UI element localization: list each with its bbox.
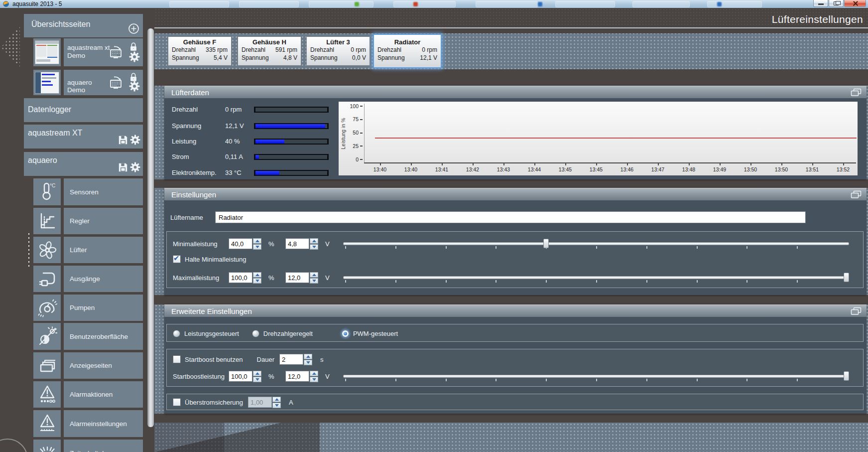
sidebar-item-anzeigeseiten[interactable]: [33, 352, 61, 379]
sidebar-item-aquastream-xt[interactable]: aquastream XT: [24, 125, 143, 149]
sidebar-item-datenlogger[interactable]: Datenlogger: [24, 98, 143, 122]
max-percent-input[interactable]: [229, 272, 252, 283]
fan-name-input[interactable]: [215, 211, 806, 223]
sidebar-item-zeitschaltuhr[interactable]: [33, 440, 61, 452]
boost-percent-input[interactable]: [229, 371, 252, 382]
sidebar-item-luefter[interactable]: [33, 237, 61, 263]
min-power-slider[interactable]: [343, 238, 849, 249]
hold-min-checkbox[interactable]: [173, 255, 181, 263]
sidebar-item-aquaero-demo[interactable]: aquaero Demo: [64, 70, 143, 95]
minimize-button[interactable]: [813, 0, 828, 7]
overcurrent-checkbox[interactable]: [173, 398, 181, 406]
fan-voltage-value: 12,1 V: [420, 54, 437, 62]
slider-thumb[interactable]: [543, 239, 549, 248]
monitor-export-icon[interactable]: [109, 45, 123, 61]
sidebar-item-regler[interactable]: Regler: [64, 208, 143, 234]
fan-card-luefter-3[interactable]: Lüfter 3 Drehzahl0 rpm Spannung0,0 V: [306, 36, 370, 66]
fan-card-gehaeuse-h[interactable]: Gehäuse H Drehzahl591 rpm Spannung4,8 V: [238, 36, 301, 66]
dots-decoration: [1, 26, 20, 67]
monitor-export-icon[interactable]: [109, 76, 123, 92]
slider-thumb[interactable]: [844, 273, 849, 282]
startboost-checkbox[interactable]: [173, 355, 181, 363]
save-icon[interactable]: [118, 135, 128, 147]
max-volt-input[interactable]: [285, 272, 309, 283]
restore-button[interactable]: [829, 0, 844, 7]
sidebar-item-regler[interactable]: [33, 208, 61, 234]
detach-window-icon[interactable]: [851, 307, 862, 315]
max-power-slider[interactable]: [343, 272, 849, 283]
fan-card-gehaeuse-f[interactable]: Gehäuse F Drehzahl335 rpm Spannung5,4 V: [168, 36, 232, 66]
mode-radio-leistungsgesteuert[interactable]: [173, 330, 180, 337]
overcurrent-input[interactable]: [248, 397, 272, 408]
gear-icon[interactable]: [129, 81, 140, 94]
volt-unit: V: [325, 373, 332, 380]
save-icon[interactable]: [118, 162, 128, 174]
ghost-tab: [476, 1, 538, 7]
mode-radio-pwm-gesteuert[interactable]: [342, 330, 349, 337]
min-power-row: Minimalleistung % V: [173, 238, 849, 250]
gear-icon[interactable]: [129, 51, 140, 64]
detach-window-icon[interactable]: [851, 190, 862, 199]
add-page-icon[interactable]: [128, 23, 139, 36]
sidebar-item-ausgaenge[interactable]: [33, 266, 61, 292]
sidebar-item-zeitschaltuhr[interactable]: Zeitschaltuhr: [64, 440, 143, 452]
overview-item-label: aquaero Demo: [67, 79, 111, 94]
startboost-power-slider[interactable]: [343, 371, 849, 382]
min-volt-input[interactable]: [285, 238, 309, 249]
sidebar-item-benutzeroberflaeche[interactable]: [33, 323, 61, 350]
sidebar-splitter[interactable]: [147, 28, 154, 427]
sidebar-item-sensoren[interactable]: °C: [33, 178, 61, 205]
boost-percent-stepper[interactable]: [253, 371, 261, 382]
sidebar-item-alarmaktionen[interactable]: Alarmaktionen: [64, 381, 143, 408]
close-button[interactable]: [844, 0, 866, 7]
gear-icon[interactable]: [130, 162, 140, 174]
section-title: Lüfterdaten: [171, 88, 209, 97]
data-label: Elektroniktemp.: [172, 169, 225, 176]
mode-radio-drehzahlgeregelt[interactable]: [252, 330, 259, 337]
section-gap: [154, 414, 868, 423]
performance-chart: Leistung in % 1007550250 13:4013:4013:41…: [339, 102, 858, 175]
overview-item-thumbnail[interactable]: [33, 38, 61, 66]
max-volt-stepper[interactable]: [310, 272, 318, 284]
fan-card-radiator-selected[interactable]: Radiator Drehzahl0 rpm Spannung12,1 V: [373, 34, 442, 68]
app-window: aquasuite 2013 - 5 Übersichtsseiten: [0, 0, 868, 452]
sidebar-item-alarmaktionen[interactable]: [33, 381, 61, 408]
boost-volt-input[interactable]: [285, 371, 309, 382]
data-value: 12,1 V: [225, 122, 250, 130]
sidebar-item-sensoren[interactable]: Sensoren: [64, 178, 143, 205]
detach-window-icon[interactable]: [851, 88, 862, 97]
overview-item-thumbnail[interactable]: [33, 70, 61, 95]
sidebar-header-uebersichtsseiten[interactable]: Übersichtsseiten: [24, 14, 143, 37]
slider-thumb[interactable]: [844, 371, 849, 381]
fan-voltage-label: Spannung: [242, 54, 269, 62]
overcurrent-stepper[interactable]: [272, 397, 281, 408]
active-item-indicator: [28, 233, 29, 269]
min-percent-stepper[interactable]: [253, 238, 261, 250]
sidebar-item-ausgaenge[interactable]: Ausgänge: [64, 266, 143, 292]
startboost-power-row: Startboostleistung % V: [173, 370, 849, 382]
data-value: 40 %: [225, 138, 250, 145]
duration-stepper[interactable]: [304, 354, 312, 365]
ghost-favicon: [355, 2, 359, 6]
sidebar-item-anzeigeseiten[interactable]: Anzeigeseiten: [64, 352, 143, 379]
min-volt-stepper[interactable]: [310, 238, 318, 250]
sidebar-header-label: Übersichtsseiten: [31, 20, 90, 29]
sidebar-item-luefter[interactable]: Lüfter: [64, 237, 143, 263]
fan-voltage-label: Spannung: [310, 54, 338, 62]
min-percent-input[interactable]: [229, 238, 252, 249]
fan-speed-label: Drehzahl: [172, 46, 196, 54]
sidebar-item-alarmeinstellungen[interactable]: [33, 410, 61, 437]
section-gap: [154, 179, 868, 188]
sidebar-item-pumpen[interactable]: [33, 295, 61, 321]
sidebar-item-label: Pumpen: [64, 304, 95, 311]
gear-icon[interactable]: [130, 135, 140, 147]
sidebar-item-aquaero[interactable]: aquaero: [24, 152, 143, 176]
sidebar-item-aquastream-xt-demo[interactable]: aquastream xt Demo: [64, 38, 143, 66]
duration-label: Dauer: [254, 356, 274, 363]
max-percent-stepper[interactable]: [253, 272, 261, 284]
sidebar-item-pumpen[interactable]: Pumpen: [64, 295, 143, 321]
duration-input[interactable]: [279, 354, 303, 365]
sidebar-item-benutzeroberflaeche[interactable]: Benutzeroberfläche: [64, 323, 143, 350]
sidebar-item-alarmeinstellungen[interactable]: Alarmeinstellungen: [64, 410, 143, 437]
boost-volt-stepper[interactable]: [310, 371, 318, 382]
